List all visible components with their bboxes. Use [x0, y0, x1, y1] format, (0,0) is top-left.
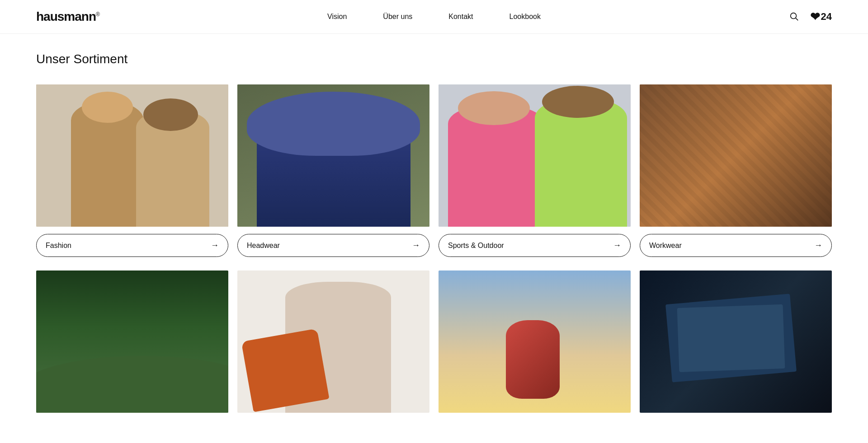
- product-card-workwear: Workwear →: [640, 84, 832, 257]
- fashion-label: Fashion: [46, 242, 71, 250]
- product-image-bottle: [439, 270, 631, 413]
- headwear-arrow: →: [412, 241, 420, 250]
- svg-point-0: [790, 13, 796, 19]
- product-card-headwear: Headwear →: [237, 84, 429, 257]
- site-header: hausmann® Vision Über uns Kontakt Lookbo…: [0, 0, 868, 34]
- nav-vision[interactable]: Vision: [327, 13, 347, 21]
- product-grid-row1: Fashion → Headwear → Sports & O: [36, 84, 832, 257]
- product-card-nature: [36, 270, 228, 420]
- workwear-label: Workwear: [649, 242, 682, 250]
- cart-count: 24: [821, 11, 832, 23]
- product-image-headwear: [237, 84, 429, 227]
- person1-silhouette: [71, 102, 144, 227]
- cart-badge[interactable]: ❤ 24: [810, 10, 832, 24]
- sports-label: Sports & Outdoor: [448, 242, 504, 250]
- product-card-fashion: Fashion →: [36, 84, 228, 257]
- workwear-button[interactable]: Workwear →: [640, 234, 832, 257]
- headwear-image-bg: [237, 84, 429, 227]
- nav-kontakt[interactable]: Kontakt: [448, 13, 473, 21]
- product-image-dark: [640, 270, 832, 413]
- product-image-nature: [36, 270, 228, 413]
- product-image-fashion: [36, 84, 228, 227]
- headwear-label: Headwear: [247, 242, 280, 250]
- heart-icon: ❤: [810, 10, 820, 24]
- main-nav: Vision Über uns Kontakt Lookbook: [327, 13, 541, 21]
- product-card-bag: [237, 270, 429, 420]
- sports-man-silhouette: [535, 99, 627, 227]
- headwear-button[interactable]: Headwear →: [237, 234, 429, 257]
- svg-line-1: [796, 18, 798, 20]
- nav-ueber-uns[interactable]: Über uns: [383, 13, 412, 21]
- search-button[interactable]: [787, 9, 801, 25]
- product-card-bottle: [439, 270, 631, 420]
- product-grid-row2: [36, 270, 832, 420]
- sports-arrow: →: [613, 241, 621, 250]
- bag-image-bg: [237, 270, 429, 413]
- workwear-arrow: →: [814, 241, 822, 250]
- main-content: Unser Sortiment Fashion → Headwear →: [0, 34, 868, 420]
- section-title: Unser Sortiment: [36, 52, 832, 66]
- fashion-arrow: →: [211, 241, 219, 250]
- product-image-bag: [237, 270, 429, 413]
- product-image-workwear: [640, 84, 832, 227]
- person2-silhouette: [136, 110, 209, 227]
- product-image-sports: [439, 84, 631, 227]
- sports-woman-silhouette: [448, 106, 544, 227]
- product-card-sports: Sports & Outdoor →: [439, 84, 631, 257]
- sports-image-bg: [439, 84, 631, 227]
- header-icons: ❤ 24: [787, 9, 832, 25]
- dark-image-bg: [640, 270, 832, 413]
- nature-image-bg: [36, 270, 228, 413]
- search-icon: [789, 11, 799, 21]
- sports-button[interactable]: Sports & Outdoor →: [439, 234, 631, 257]
- workwear-image-bg: [640, 84, 832, 227]
- fashion-button[interactable]: Fashion →: [36, 234, 228, 257]
- fashion-image-bg: [36, 84, 228, 227]
- product-card-dark: [640, 270, 832, 420]
- logo[interactable]: hausmann®: [36, 9, 99, 24]
- nav-lookbook[interactable]: Lookbook: [509, 13, 541, 21]
- bottle-image-bg: [439, 270, 631, 413]
